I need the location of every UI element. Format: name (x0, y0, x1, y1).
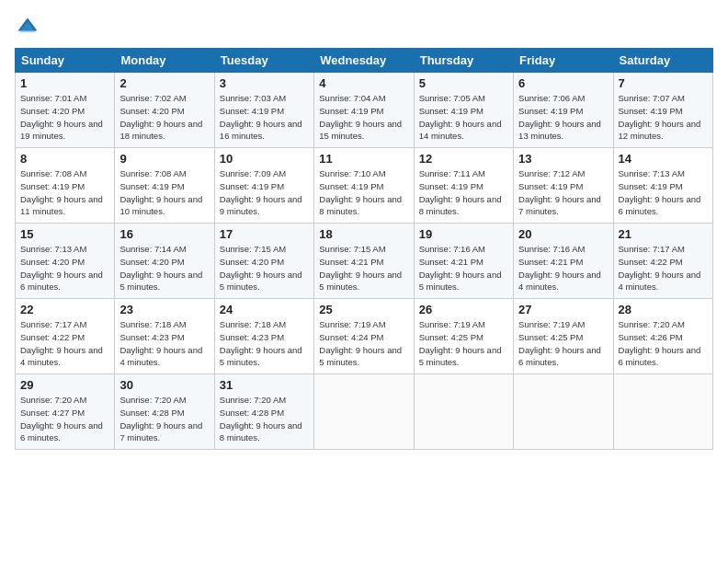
col-friday: Friday (514, 49, 613, 73)
calendar-cell: 20Sunrise: 7:16 AMSunset: 4:21 PMDayligh… (514, 224, 613, 299)
calendar-cell: 29Sunrise: 7:20 AMSunset: 4:27 PMDayligh… (16, 374, 115, 450)
calendar-cell: 30Sunrise: 7:20 AMSunset: 4:28 PMDayligh… (115, 374, 214, 450)
calendar-cell: 14Sunrise: 7:13 AMSunset: 4:19 PMDayligh… (613, 148, 712, 224)
calendar-table: Sunday Monday Tuesday Wednesday Thursday… (15, 48, 713, 450)
calendar-week-3: 15Sunrise: 7:13 AMSunset: 4:20 PMDayligh… (16, 224, 713, 299)
calendar-week-5: 29Sunrise: 7:20 AMSunset: 4:27 PMDayligh… (16, 374, 713, 450)
calendar-week-4: 22Sunrise: 7:17 AMSunset: 4:22 PMDayligh… (16, 299, 713, 374)
day-info: Sunrise: 7:20 AMSunset: 4:26 PMDaylight:… (619, 318, 708, 369)
calendar-cell: 22Sunrise: 7:17 AMSunset: 4:22 PMDayligh… (16, 299, 115, 374)
calendar-cell: 31Sunrise: 7:20 AMSunset: 4:28 PMDayligh… (214, 374, 313, 450)
day-info: Sunrise: 7:19 AMSunset: 4:25 PMDaylight:… (518, 318, 608, 369)
calendar-cell: 7Sunrise: 7:07 AMSunset: 4:19 PMDaylight… (613, 73, 712, 148)
calendar-cell: 4Sunrise: 7:04 AMSunset: 4:19 PMDaylight… (314, 73, 414, 148)
logo (15, 15, 44, 40)
day-number: 11 (319, 152, 408, 166)
header (15, 11, 713, 40)
day-info: Sunrise: 7:12 AMSunset: 4:19 PMDaylight:… (518, 167, 608, 218)
col-wednesday: Wednesday (314, 49, 414, 73)
day-info: Sunrise: 7:14 AMSunset: 4:20 PMDaylight:… (119, 243, 209, 293)
day-number: 10 (220, 152, 309, 166)
calendar-cell: 1Sunrise: 7:01 AMSunset: 4:20 PMDaylight… (16, 73, 115, 148)
calendar-cell: 3Sunrise: 7:03 AMSunset: 4:19 PMDaylight… (214, 73, 313, 148)
calendar-cell (613, 374, 712, 450)
calendar-cell: 21Sunrise: 7:17 AMSunset: 4:22 PMDayligh… (613, 224, 712, 299)
day-number: 8 (20, 152, 109, 166)
day-info: Sunrise: 7:10 AMSunset: 4:19 PMDaylight:… (319, 167, 408, 218)
day-number: 30 (119, 378, 209, 392)
day-info: Sunrise: 7:13 AMSunset: 4:20 PMDaylight:… (20, 243, 109, 293)
day-info: Sunrise: 7:17 AMSunset: 4:22 PMDaylight:… (20, 318, 109, 369)
day-info: Sunrise: 7:13 AMSunset: 4:19 PMDaylight:… (619, 167, 708, 218)
page: Sunday Monday Tuesday Wednesday Thursday… (0, 0, 728, 563)
calendar-cell: 24Sunrise: 7:18 AMSunset: 4:23 PMDayligh… (214, 299, 313, 374)
day-number: 27 (518, 303, 608, 316)
day-number: 29 (20, 378, 109, 392)
calendar-cell: 28Sunrise: 7:20 AMSunset: 4:26 PMDayligh… (613, 299, 712, 374)
day-info: Sunrise: 7:19 AMSunset: 4:25 PMDaylight:… (419, 318, 508, 369)
day-info: Sunrise: 7:17 AMSunset: 4:22 PMDaylight:… (619, 243, 708, 293)
day-info: Sunrise: 7:20 AMSunset: 4:28 PMDaylight:… (119, 394, 209, 444)
day-number: 31 (220, 378, 309, 392)
calendar-cell (514, 374, 613, 450)
day-number: 6 (518, 76, 608, 90)
day-number: 12 (419, 152, 508, 166)
col-thursday: Thursday (414, 49, 513, 73)
day-number: 7 (619, 76, 708, 90)
day-info: Sunrise: 7:02 AMSunset: 4:20 PMDaylight:… (119, 92, 209, 143)
calendar-cell: 2Sunrise: 7:02 AMSunset: 4:20 PMDaylight… (115, 73, 214, 148)
calendar-cell: 11Sunrise: 7:10 AMSunset: 4:19 PMDayligh… (314, 148, 414, 224)
calendar-cell: 25Sunrise: 7:19 AMSunset: 4:24 PMDayligh… (314, 299, 414, 374)
day-info: Sunrise: 7:04 AMSunset: 4:19 PMDaylight:… (319, 92, 408, 143)
day-number: 5 (419, 76, 508, 90)
calendar-cell: 17Sunrise: 7:15 AMSunset: 4:20 PMDayligh… (214, 224, 313, 299)
col-monday: Monday (115, 49, 214, 73)
day-number: 26 (419, 303, 508, 316)
day-number: 9 (119, 152, 209, 166)
day-number: 17 (220, 227, 309, 241)
day-info: Sunrise: 7:08 AMSunset: 4:19 PMDaylight:… (119, 167, 209, 218)
day-number: 15 (20, 227, 109, 241)
day-info: Sunrise: 7:18 AMSunset: 4:23 PMDaylight:… (220, 318, 309, 369)
day-number: 18 (319, 227, 408, 241)
day-info: Sunrise: 7:06 AMSunset: 4:19 PMDaylight:… (518, 92, 608, 143)
day-number: 2 (119, 76, 209, 90)
day-info: Sunrise: 7:08 AMSunset: 4:19 PMDaylight:… (20, 167, 109, 218)
day-info: Sunrise: 7:11 AMSunset: 4:19 PMDaylight:… (419, 167, 508, 218)
calendar-cell: 18Sunrise: 7:15 AMSunset: 4:21 PMDayligh… (314, 224, 414, 299)
day-number: 21 (619, 227, 708, 241)
day-info: Sunrise: 7:09 AMSunset: 4:19 PMDaylight:… (220, 167, 309, 218)
day-number: 23 (119, 303, 209, 316)
calendar-cell: 13Sunrise: 7:12 AMSunset: 4:19 PMDayligh… (514, 148, 613, 224)
day-info: Sunrise: 7:16 AMSunset: 4:21 PMDaylight:… (419, 243, 508, 293)
day-info: Sunrise: 7:16 AMSunset: 4:21 PMDaylight:… (518, 243, 608, 293)
calendar-cell: 26Sunrise: 7:19 AMSunset: 4:25 PMDayligh… (414, 299, 513, 374)
calendar-cell: 6Sunrise: 7:06 AMSunset: 4:19 PMDaylight… (514, 73, 613, 148)
col-saturday: Saturday (613, 49, 712, 73)
day-info: Sunrise: 7:20 AMSunset: 4:28 PMDaylight:… (220, 394, 309, 444)
day-number: 22 (20, 303, 109, 316)
day-number: 13 (518, 152, 608, 166)
calendar-body: 1Sunrise: 7:01 AMSunset: 4:20 PMDaylight… (16, 73, 713, 450)
day-info: Sunrise: 7:20 AMSunset: 4:27 PMDaylight:… (20, 394, 109, 444)
col-tuesday: Tuesday (214, 49, 313, 73)
day-info: Sunrise: 7:19 AMSunset: 4:24 PMDaylight:… (319, 318, 408, 369)
day-info: Sunrise: 7:15 AMSunset: 4:21 PMDaylight:… (319, 243, 408, 293)
day-info: Sunrise: 7:15 AMSunset: 4:20 PMDaylight:… (220, 243, 309, 293)
calendar-cell: 27Sunrise: 7:19 AMSunset: 4:25 PMDayligh… (514, 299, 613, 374)
generalblue-logo-icon (15, 15, 40, 40)
calendar-header: Sunday Monday Tuesday Wednesday Thursday… (16, 49, 713, 73)
day-number: 25 (319, 303, 408, 316)
day-number: 20 (518, 227, 608, 241)
day-number: 24 (220, 303, 309, 316)
calendar-cell: 5Sunrise: 7:05 AMSunset: 4:19 PMDaylight… (414, 73, 513, 148)
calendar-week-1: 1Sunrise: 7:01 AMSunset: 4:20 PMDaylight… (16, 73, 713, 148)
day-info: Sunrise: 7:07 AMSunset: 4:19 PMDaylight:… (619, 92, 708, 143)
day-info: Sunrise: 7:03 AMSunset: 4:19 PMDaylight:… (220, 92, 309, 143)
calendar-week-2: 8Sunrise: 7:08 AMSunset: 4:19 PMDaylight… (16, 148, 713, 224)
day-number: 16 (119, 227, 209, 241)
calendar-cell: 16Sunrise: 7:14 AMSunset: 4:20 PMDayligh… (115, 224, 214, 299)
day-info: Sunrise: 7:01 AMSunset: 4:20 PMDaylight:… (20, 92, 109, 143)
calendar-cell: 8Sunrise: 7:08 AMSunset: 4:19 PMDaylight… (16, 148, 115, 224)
col-sunday: Sunday (16, 49, 115, 73)
